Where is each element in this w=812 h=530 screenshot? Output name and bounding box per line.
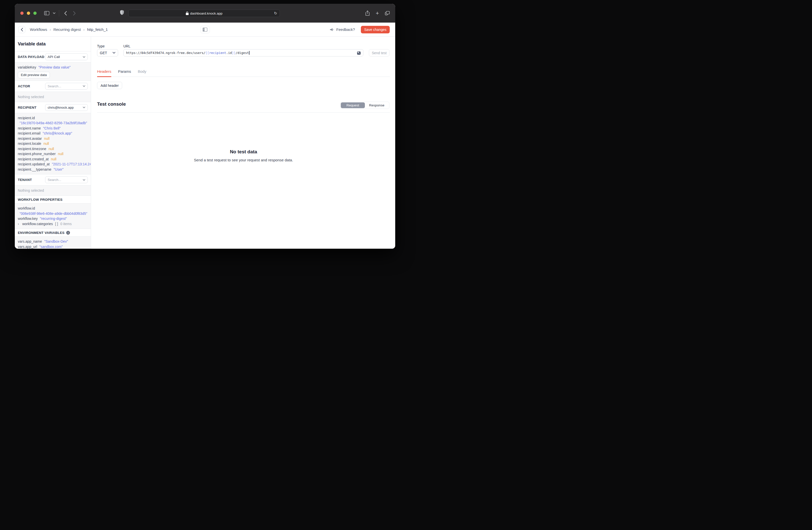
new-tab-icon[interactable]: +: [376, 11, 379, 16]
recipient-value: "chris@knock.app": [43, 131, 72, 136]
preview-data-block: variableKey "Preview data value" Edit pr…: [15, 62, 91, 81]
env-var-key: vars.app_name: [18, 239, 42, 244]
send-test-button[interactable]: Send test: [369, 49, 389, 56]
panel-toggle-button[interactable]: [200, 26, 210, 33]
env-var-value: "Sandbox-Dev": [44, 239, 68, 244]
recipient-value: null: [43, 141, 49, 146]
expand-chevron-icon[interactable]: ›: [18, 221, 19, 227]
data-payload-select[interactable]: API Call: [45, 54, 88, 60]
empty-state-title: No test data: [97, 149, 390, 155]
browser-sidebar-icon[interactable]: [44, 11, 49, 15]
breadcrumb: Workflows › Recurring digest › http_fetc…: [30, 27, 108, 32]
breadcrumb-http-fetch-1: http_fetch_1: [87, 27, 108, 32]
tenant-select[interactable]: Search...: [45, 177, 88, 183]
recipient-label: RECIPIENT: [18, 106, 37, 109]
method-select[interactable]: GET: [97, 49, 118, 56]
data-payload-label: DATA PAYLOAD: [18, 55, 44, 59]
tenant-empty-block: Nothing selected: [15, 185, 91, 196]
browser-back-icon[interactable]: [64, 11, 67, 16]
tab-overview-icon[interactable]: [385, 11, 390, 15]
breadcrumb-workflows[interactable]: Workflows: [30, 27, 47, 32]
recipient-value: "Chris Bell": [43, 126, 61, 131]
data-payload-value: API Call: [48, 55, 60, 59]
toggle-response[interactable]: Response: [365, 102, 389, 108]
chevron-down-icon: [83, 85, 85, 87]
address-bar[interactable]: dashboard.knock.app ↻: [128, 10, 280, 17]
feedback-label: Feedback?: [336, 27, 355, 32]
tab-params[interactable]: Params: [118, 66, 131, 76]
save-changes-button[interactable]: Save changes: [361, 26, 390, 33]
console-divider: [97, 112, 390, 113]
workflow-id-value: "006e938f-98e6-408e-a9de-dbb04d0f83d5": [18, 211, 88, 216]
back-button[interactable]: [18, 26, 25, 33]
recipient-key: recipient.avatar: [18, 136, 42, 141]
url-label: URL: [124, 44, 130, 48]
tenant-placeholder: Search...: [48, 178, 61, 182]
breadcrumb-recurring-digest[interactable]: Recurring digest: [54, 27, 81, 32]
variable-data-sidebar: Variable data DATA PAYLOAD API Call vari…: [15, 37, 91, 249]
data-payload-row: DATA PAYLOAD API Call: [15, 52, 91, 62]
recipient-value: null: [51, 157, 56, 162]
actor-placeholder: Search...: [48, 84, 61, 88]
recipient-value: "User": [54, 167, 64, 172]
edit-preview-data-button[interactable]: Edit preview data: [18, 72, 50, 78]
recipient-id-key: recipient.id: [18, 115, 35, 121]
minimize-window-button[interactable]: [27, 12, 30, 15]
tenant-row: TENANT Search...: [15, 175, 91, 185]
environment-variables-label: ENVIRONMENT VARIABLES: [18, 231, 64, 235]
url-segment: .id: [226, 51, 232, 55]
zoom-window-button[interactable]: [33, 12, 37, 15]
address-url: dashboard.knock.app: [190, 12, 222, 15]
close-window-button[interactable]: [20, 12, 24, 15]
browser-forward-icon[interactable]: [73, 11, 76, 16]
preview-key: variableKey: [18, 65, 36, 70]
megaphone-icon: [330, 28, 334, 32]
recipient-id-value: "16c1fd70-b49a-48d2-8256-73a2b9f18adb": [18, 121, 88, 126]
request-tabs: Headers Params Body: [97, 66, 390, 77]
workflow-properties-block: workflow.id "006e938f-98e6-408e-a9de-dbb…: [15, 204, 91, 229]
tab-body[interactable]: Body: [138, 66, 146, 76]
sidebar-title: Variable data: [15, 37, 91, 52]
workflow-properties-label: WORKFLOW PROPERTIES: [18, 198, 62, 201]
expand-editor-icon[interactable]: [357, 51, 361, 55]
chevron-down-icon: [83, 179, 85, 181]
workflow-categories-row[interactable]: › workflow.categories [ ] 0 items: [18, 221, 88, 227]
browser-window: dashboard.knock.app ↻ + Workflows ›: [15, 4, 395, 249]
lock-icon: [186, 12, 189, 15]
env-var-value: "sandbox.com": [39, 244, 63, 249]
privacy-shield-icon[interactable]: [120, 10, 124, 15]
actor-row: ACTOR Search...: [15, 81, 91, 92]
chevron-down-icon: [113, 52, 115, 54]
recipient-select[interactable]: chris@knock.app: [45, 104, 88, 111]
environment-variables-heading: ENVIRONMENT VARIABLES i: [15, 229, 91, 237]
recipient-properties-block: recipient.id "16c1fd70-b49a-48d2-8256-73…: [15, 113, 91, 175]
workflow-categories-key: workflow.categories: [22, 221, 53, 227]
chevron-down-icon: [83, 107, 85, 108]
add-header-button[interactable]: Add header: [97, 82, 122, 89]
recipient-key: recipient.name: [18, 126, 41, 131]
recipient-key: recipient.updated_at: [18, 162, 50, 167]
breadcrumb-separator-icon: ›: [83, 27, 85, 32]
share-icon[interactable]: [365, 11, 369, 16]
sidebar-chevron-down-icon[interactable]: [53, 12, 55, 14]
url-segment: /digest: [236, 51, 249, 55]
feedback-link[interactable]: Feedback?: [330, 27, 355, 32]
chevron-down-icon: [83, 56, 85, 58]
tab-headers[interactable]: Headers: [97, 66, 111, 76]
workflow-id-key: workflow.id: [18, 206, 35, 211]
breadcrumb-separator-icon: ›: [50, 27, 51, 32]
recipient-key: recipient.created_at: [18, 157, 49, 162]
url-segment: {{: [205, 51, 209, 55]
tenant-empty-text: Nothing selected: [18, 188, 88, 193]
recipient-key: recipient.phone_number: [18, 151, 56, 157]
info-icon[interactable]: i: [66, 231, 70, 235]
reload-icon[interactable]: ↻: [274, 11, 277, 16]
actor-label: ACTOR: [18, 84, 30, 88]
recipient-key: recipient.__typename: [18, 167, 52, 172]
actor-select[interactable]: Search...: [45, 83, 88, 89]
environment-variables-block: vars.app_name"Sandbox-Dev" vars.app_url"…: [15, 237, 91, 249]
recipient-key: recipient.timezone: [18, 146, 46, 152]
toggle-request[interactable]: Request: [341, 102, 365, 108]
actor-empty-text: Nothing selected: [18, 94, 88, 100]
url-input[interactable]: https://84c5df439d74.ngrok-free.dev/user…: [124, 49, 363, 56]
